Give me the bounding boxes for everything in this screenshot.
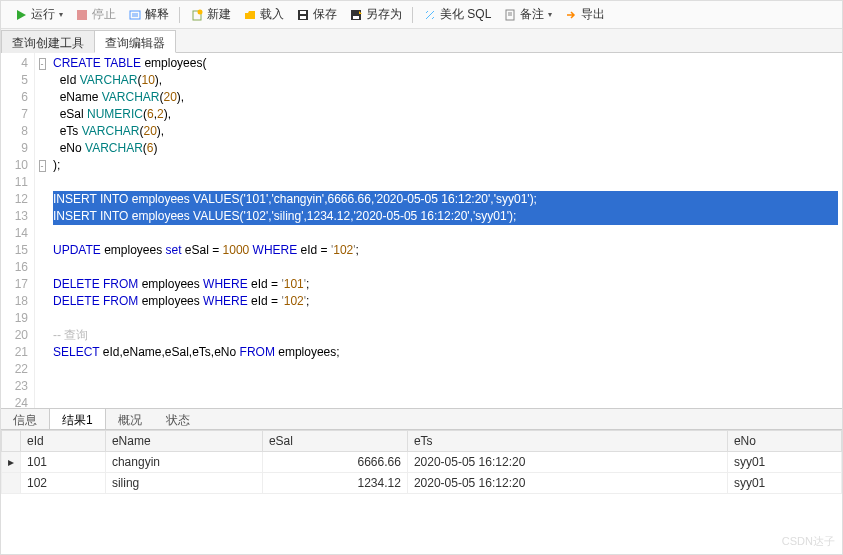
code-line[interactable]: DELETE FROM employees WHERE eId = '101';: [53, 276, 838, 293]
editor-tabs: 查询创建工具 查询编辑器: [1, 29, 842, 53]
result-panel-tabs: 信息 结果1 概况 状态: [1, 408, 842, 430]
save-as-label: 另存为: [366, 6, 402, 23]
row-indicator: ▸: [2, 452, 21, 473]
column-header[interactable]: eName: [105, 431, 262, 452]
code-line[interactable]: [53, 395, 838, 408]
remark-label: 备注: [520, 6, 544, 23]
remark-icon: [503, 8, 517, 22]
table-row[interactable]: 102siling1234.122020-05-05 16:12:20syy01: [2, 473, 842, 494]
tab-profile[interactable]: 概况: [106, 409, 154, 429]
code-line[interactable]: [53, 378, 838, 395]
remark-button[interactable]: 备注 ▾: [498, 4, 557, 25]
separator: [412, 7, 413, 23]
code-line[interactable]: [53, 225, 838, 242]
dropdown-icon: ▾: [548, 10, 552, 19]
export-label: 导出: [581, 6, 605, 23]
tab-info[interactable]: 信息: [1, 409, 49, 429]
cell-eno[interactable]: syy01: [727, 452, 841, 473]
code-line[interactable]: eId VARCHAR(10),: [53, 72, 838, 89]
line-numbers: 45678910111213141516171819202122232425: [1, 53, 35, 408]
cell-esal[interactable]: 6666.66: [262, 452, 407, 473]
save-as-button[interactable]: 另存为: [344, 4, 407, 25]
code-area[interactable]: CREATE TABLE employees( eId VARCHAR(10),…: [49, 53, 842, 408]
beautify-button[interactable]: 美化 SQL: [418, 4, 496, 25]
tab-builder[interactable]: 查询创建工具: [1, 30, 95, 53]
beautify-label: 美化 SQL: [440, 6, 491, 23]
save-label: 保存: [313, 6, 337, 23]
svg-marker-0: [17, 10, 26, 20]
tab-editor[interactable]: 查询编辑器: [94, 30, 176, 53]
code-line[interactable]: INSERT INTO employees VALUES('101','chan…: [53, 191, 838, 208]
cell-eno[interactable]: syy01: [727, 473, 841, 494]
code-line[interactable]: [53, 310, 838, 327]
fold-gutter: --: [35, 53, 49, 408]
code-line[interactable]: eSal NUMERIC(6,2),: [53, 106, 838, 123]
tab-status[interactable]: 状态: [154, 409, 202, 429]
svg-rect-8: [300, 16, 306, 19]
stop-label: 停止: [92, 6, 116, 23]
cell-ename[interactable]: siling: [105, 473, 262, 494]
table-row[interactable]: ▸101changyin6666.662020-05-05 16:12:20sy…: [2, 452, 842, 473]
new-label: 新建: [207, 6, 231, 23]
code-line[interactable]: [53, 361, 838, 378]
svg-rect-1: [77, 10, 87, 20]
svg-point-6: [198, 9, 203, 14]
svg-rect-9: [300, 11, 306, 14]
explain-label: 解释: [145, 6, 169, 23]
save-button[interactable]: 保存: [291, 4, 342, 25]
new-icon: [190, 8, 204, 22]
run-icon: [14, 8, 28, 22]
code-line[interactable]: INSERT INTO employees VALUES('102','sili…: [53, 208, 838, 225]
code-line[interactable]: );: [53, 157, 838, 174]
stop-icon: [75, 8, 89, 22]
explain-button[interactable]: 解释: [123, 4, 174, 25]
code-line[interactable]: eTs VARCHAR(20),: [53, 123, 838, 140]
export-button[interactable]: 导出: [559, 4, 610, 25]
beautify-icon: [423, 8, 437, 22]
code-line[interactable]: eNo VARCHAR(6): [53, 140, 838, 157]
explain-icon: [128, 8, 142, 22]
cell-eid[interactable]: 102: [21, 473, 106, 494]
code-line[interactable]: -- 查询: [53, 327, 838, 344]
column-header[interactable]: eTs: [407, 431, 727, 452]
row-indicator-header: [2, 431, 21, 452]
save-as-icon: [349, 8, 363, 22]
svg-rect-11: [353, 16, 359, 19]
run-button[interactable]: 运行 ▾: [9, 4, 68, 25]
result-grid-wrap: eIdeNameeSaleTseNo ▸101changyin6666.6620…: [1, 430, 842, 548]
sql-editor[interactable]: 45678910111213141516171819202122232425 -…: [1, 53, 842, 408]
row-indicator: [2, 473, 21, 494]
code-line[interactable]: UPDATE employees set eSal = 1000 WHERE e…: [53, 242, 838, 259]
cell-eid[interactable]: 101: [21, 452, 106, 473]
code-line[interactable]: [53, 174, 838, 191]
cell-ets[interactable]: 2020-05-05 16:12:20: [407, 473, 727, 494]
column-header[interactable]: eSal: [262, 431, 407, 452]
load-button[interactable]: 载入: [238, 4, 289, 25]
toolbar: 运行 ▾ 停止 解释 新建 载入 保存 另存为 美化 SQL 备注 ▾ 导出: [1, 1, 842, 29]
result-grid[interactable]: eIdeNameeSaleTseNo ▸101changyin6666.6620…: [1, 430, 842, 494]
code-line[interactable]: [53, 259, 838, 276]
svg-rect-2: [130, 11, 140, 19]
new-button[interactable]: 新建: [185, 4, 236, 25]
stop-button[interactable]: 停止: [70, 4, 121, 25]
save-icon: [296, 8, 310, 22]
cell-ename[interactable]: changyin: [105, 452, 262, 473]
cell-esal[interactable]: 1234.12: [262, 473, 407, 494]
tab-result1[interactable]: 结果1: [49, 409, 106, 429]
code-line[interactable]: SELECT eId,eName,eSal,eTs,eNo FROM emplo…: [53, 344, 838, 361]
code-line[interactable]: DELETE FROM employees WHERE eId = '102';: [53, 293, 838, 310]
code-line[interactable]: CREATE TABLE employees(: [53, 55, 838, 72]
load-label: 载入: [260, 6, 284, 23]
load-icon: [243, 8, 257, 22]
export-icon: [564, 8, 578, 22]
cell-ets[interactable]: 2020-05-05 16:12:20: [407, 452, 727, 473]
column-header[interactable]: eId: [21, 431, 106, 452]
separator: [179, 7, 180, 23]
column-header[interactable]: eNo: [727, 431, 841, 452]
code-line[interactable]: eName VARCHAR(20),: [53, 89, 838, 106]
dropdown-icon: ▾: [59, 10, 63, 19]
run-label: 运行: [31, 6, 55, 23]
